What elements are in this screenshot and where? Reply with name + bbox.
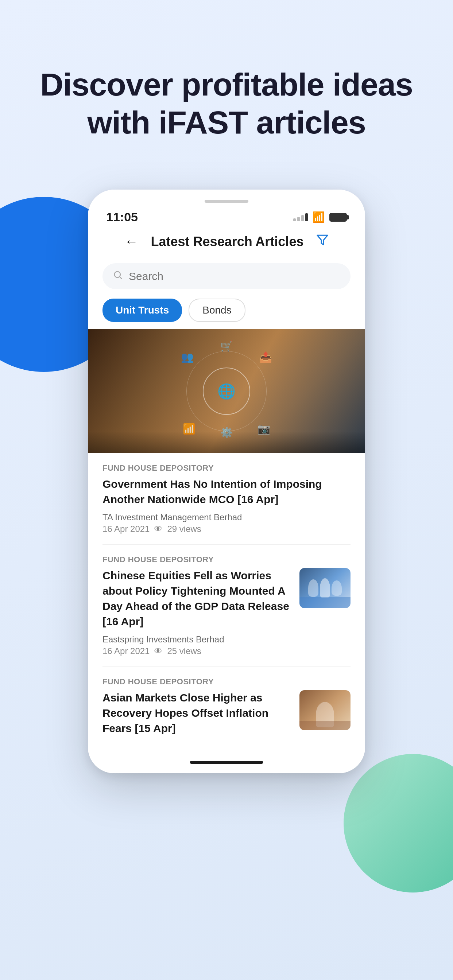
article-date: 16 Apr 2021 <box>102 646 150 656</box>
article-meta: Eastspring Investments Berhad 16 Apr 202… <box>102 635 292 656</box>
article-item[interactable]: FUND HOUSE DEPOSITORY Government Has No … <box>102 453 351 545</box>
article-text: Government Has No Intention of Imposing … <box>102 477 351 534</box>
hero-section: Discover profitable ideas with iFAST art… <box>0 65 453 142</box>
article-item[interactable]: FUND HOUSE DEPOSITORY Chinese Equities F… <box>102 545 351 667</box>
search-icon <box>113 270 123 283</box>
article-author: TA Investment Management Berhad <box>102 512 351 522</box>
article-author: Eastspring Investments Berhad <box>102 635 292 644</box>
thumb-meeting-image <box>300 568 351 608</box>
article-item[interactable]: FUND HOUSE DEPOSITORY Asian Markets Clos… <box>102 667 351 751</box>
phone-frame: 11:05 📶 ← Latest Research Articles <box>88 189 365 773</box>
article-views: 29 views <box>167 524 201 534</box>
search-bar[interactable] <box>102 263 351 289</box>
articles-container: FUND HOUSE DEPOSITORY Government Has No … <box>88 453 365 751</box>
article-title: Government Has No Intention of Imposing … <box>102 477 351 507</box>
views-icon: 👁 <box>154 524 163 534</box>
status-time: 11:05 <box>106 210 138 224</box>
category-tabs: Unit Trusts Bonds <box>88 296 365 329</box>
article-thumbnail <box>300 568 351 608</box>
wifi-icon: 📶 <box>312 211 325 223</box>
tab-bonds[interactable]: Bonds <box>188 299 245 322</box>
article-category: FUND HOUSE DEPOSITORY <box>102 677 351 687</box>
article-date: 16 Apr 2021 <box>102 524 150 534</box>
article-date-views: 16 Apr 2021 👁 25 views <box>102 646 292 656</box>
article-text: Chinese Equities Fell as Worries about P… <box>102 568 292 656</box>
thumb-office-image <box>300 690 351 730</box>
bg-decoration-teal <box>344 754 453 892</box>
nav-bar: ← Latest Research Articles <box>106 228 347 257</box>
signal-icon <box>293 213 308 221</box>
article-row: Chinese Equities Fell as Worries about P… <box>102 568 351 656</box>
phone-content: Unit Trusts Bonds 🌐 🛒 <box>88 257 365 751</box>
views-icon: 👁 <box>154 646 163 656</box>
article-thumbnail <box>300 690 351 730</box>
page-title: Latest Research Articles <box>151 234 304 250</box>
phone-top: 11:05 📶 ← Latest Research Articles <box>88 189 365 257</box>
article-row: Asian Markets Close Higher as Recovery H… <box>102 690 351 741</box>
search-input[interactable] <box>129 270 340 283</box>
home-indicator <box>88 751 365 773</box>
filter-button[interactable] <box>316 234 329 250</box>
article-row: Government Has No Intention of Imposing … <box>102 477 351 534</box>
home-bar <box>190 761 263 764</box>
phone-handle <box>205 200 248 203</box>
article-title: Chinese Equities Fell as Worries about P… <box>102 568 292 629</box>
hero-article-image: 🌐 🛒 📤 👥 📶 ⚙️ 📷 <box>88 329 365 453</box>
article-date-views: 16 Apr 2021 👁 29 views <box>102 524 351 534</box>
article-title: Asian Markets Close Higher as Recovery H… <box>102 690 292 736</box>
svg-marker-0 <box>317 235 327 245</box>
status-bar: 11:05 📶 <box>106 210 347 228</box>
back-button[interactable]: ← <box>124 234 138 250</box>
hero-title: Discover profitable ideas with iFAST art… <box>29 65 424 142</box>
battery-icon <box>329 213 347 222</box>
svg-line-2 <box>120 277 121 278</box>
tab-unit-trusts[interactable]: Unit Trusts <box>102 299 182 322</box>
article-views: 25 views <box>167 646 201 656</box>
search-container <box>88 257 365 296</box>
article-category: FUND HOUSE DEPOSITORY <box>102 463 351 473</box>
article-text: Asian Markets Close Higher as Recovery H… <box>102 690 292 741</box>
article-meta: TA Investment Management Berhad 16 Apr 2… <box>102 512 351 534</box>
status-icons: 📶 <box>293 211 347 223</box>
article-category: FUND HOUSE DEPOSITORY <box>102 555 351 565</box>
phone-mockup: 11:05 📶 ← Latest Research Articles <box>88 189 365 773</box>
